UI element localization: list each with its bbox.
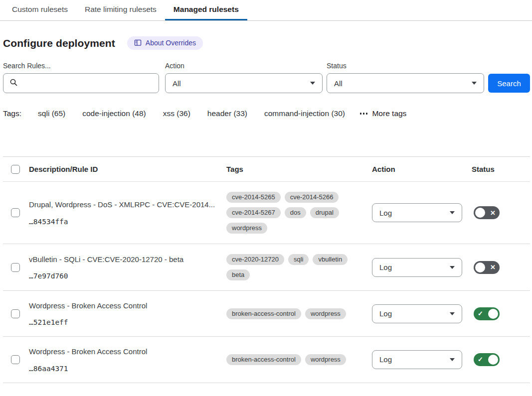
tag-filter-link[interactable]: header (33) — [207, 109, 247, 118]
status-label: Status — [327, 62, 484, 70]
table-row: Drupal, Wordpress - DoS - XMLRPC - CVE:C… — [3, 182, 530, 244]
table-header-row: Description/Rule ID Tags Action Status — [3, 157, 530, 182]
search-button[interactable]: Search — [488, 74, 530, 93]
tag-pill: dos — [285, 207, 306, 218]
filters-row: Search Rules... Action All Status — [3, 62, 530, 93]
action-dropdown[interactable]: Log — [372, 304, 462, 323]
search-input[interactable] — [22, 79, 153, 88]
rules-table: Description/Rule ID Tags Action Status D… — [3, 156, 530, 383]
table-row: Wordpress - Broken Access Control …86aa4… — [3, 337, 530, 383]
toggle-knob — [488, 355, 498, 365]
chevron-down-icon — [450, 266, 455, 269]
tag-filter-link[interactable]: command-injection (30) — [264, 109, 345, 118]
badge-label: About Overrides — [146, 39, 196, 47]
status-toggle[interactable]: ✕ — [474, 206, 500, 219]
x-icon: ✕ — [488, 210, 498, 216]
status-filter-select[interactable]: All — [327, 73, 484, 93]
tag-pill: vbulletin — [313, 254, 348, 265]
tab-custom-rulesets[interactable]: Custom rulesets — [3, 0, 76, 20]
search-icon — [9, 78, 18, 89]
rule-id: …521e1eff — [29, 318, 217, 326]
tag-pill: broken-access-control — [226, 308, 301, 319]
rule-id: …7e97d760 — [29, 272, 217, 280]
chevron-down-icon — [450, 211, 455, 214]
status-toggle[interactable]: ✓ — [474, 307, 500, 320]
column-header-action: Action — [372, 165, 472, 173]
column-header-tags: Tags — [226, 165, 372, 173]
tag-pill: cve-2014-5265 — [226, 192, 281, 203]
tag-filter-link[interactable]: sqli (65) — [38, 109, 65, 118]
tag-pill: cve-2014-5267 — [226, 207, 281, 218]
tab-managed-rulesets[interactable]: Managed rulesets — [165, 0, 247, 20]
rule-tags: cve-2014-5265cve-2014-5266cve-2014-5267d… — [226, 192, 372, 234]
more-tags-label: More tags — [372, 109, 406, 118]
book-icon — [134, 39, 142, 46]
row-checkbox[interactable] — [11, 355, 20, 364]
tag-filter-link[interactable]: xss (36) — [163, 109, 190, 118]
tag-pill: cve-2014-5266 — [285, 192, 339, 203]
tag-pill: sqli — [288, 254, 309, 265]
rule-description: Wordpress - Broken Access Control — [29, 347, 217, 357]
rule-description: Drupal, Wordpress - DoS - XMLRPC - CVE:C… — [29, 200, 217, 210]
table-row: vBulletin - SQLi - CVE:CVE-2020-12720 - … — [3, 244, 530, 291]
action-filter-value: All — [173, 79, 181, 88]
rule-tags: broken-access-controlwordpress — [226, 308, 372, 319]
ellipsis-icon — [360, 113, 368, 115]
action-dropdown-value: Log — [379, 309, 392, 318]
chevron-down-icon — [450, 358, 455, 361]
chevron-down-icon — [310, 82, 315, 85]
action-dropdown[interactable]: Log — [372, 258, 462, 277]
search-label: Search Rules... — [3, 62, 159, 70]
about-overrides-link[interactable]: About Overrides — [127, 36, 203, 50]
more-tags-button[interactable]: More tags — [360, 109, 406, 118]
tag-pill: wordpress — [226, 223, 267, 234]
tag-pill: drupal — [310, 207, 339, 218]
rule-description: vBulletin - SQLi - CVE:CVE-2020-12720 - … — [29, 255, 217, 264]
status-filter-value: All — [334, 79, 343, 88]
check-icon: ✓ — [475, 310, 486, 317]
x-icon: ✕ — [488, 264, 498, 270]
rule-id: …84534ffa — [29, 218, 217, 226]
tab-rate-limiting-rulesets[interactable]: Rate limiting rulesets — [76, 0, 165, 20]
action-dropdown[interactable]: Log — [372, 203, 462, 222]
status-toggle[interactable]: ✓ — [474, 353, 500, 366]
tag-pill: cve-2020-12720 — [226, 254, 284, 265]
action-label: Action — [165, 62, 323, 70]
tab-bar: Custom rulesets Rate limiting rulesets M… — [0, 0, 532, 21]
check-icon: ✓ — [475, 356, 486, 363]
tag-pill: beta — [226, 269, 250, 280]
action-dropdown-value: Log — [379, 209, 392, 217]
tag-filter-link[interactable]: code-injection (48) — [82, 109, 146, 118]
table-row: Wordpress - Broken Access Control …521e1… — [3, 291, 530, 337]
select-all-checkbox[interactable] — [11, 165, 20, 174]
tags-label: Tags: — [3, 109, 21, 118]
action-dropdown[interactable]: Log — [372, 350, 462, 369]
search-input-box[interactable] — [3, 73, 159, 93]
action-dropdown-value: Log — [379, 355, 392, 364]
rule-description: Wordpress - Broken Access Control — [29, 301, 217, 311]
rule-id: …86aa4371 — [29, 365, 217, 373]
tag-pill: broken-access-control — [226, 354, 301, 365]
column-header-description: Description/Rule ID — [29, 165, 226, 173]
rule-tags: cve-2020-12720sqlivbulletinbeta — [226, 254, 372, 280]
toggle-knob — [488, 309, 498, 319]
row-checkbox[interactable] — [11, 309, 20, 318]
row-checkbox[interactable] — [11, 263, 20, 272]
chevron-down-icon — [472, 82, 477, 85]
page-title: Configure deployment — [3, 37, 115, 49]
chevron-down-icon — [450, 312, 455, 315]
toggle-knob — [475, 263, 485, 272]
tag-pill: wordpress — [305, 308, 346, 319]
column-header-status: Status — [472, 165, 530, 173]
action-filter-select[interactable]: All — [165, 73, 323, 93]
row-checkbox[interactable] — [11, 208, 20, 217]
tag-pill: wordpress — [305, 354, 346, 365]
page-header: Configure deployment About Overrides — [3, 36, 530, 50]
toggle-knob — [475, 208, 485, 218]
tags-bar: Tags: sqli (65) code-injection (48) xss … — [3, 109, 530, 118]
action-dropdown-value: Log — [379, 263, 392, 271]
rule-tags: broken-access-controlwordpress — [226, 354, 372, 365]
status-toggle[interactable]: ✕ — [474, 261, 500, 274]
